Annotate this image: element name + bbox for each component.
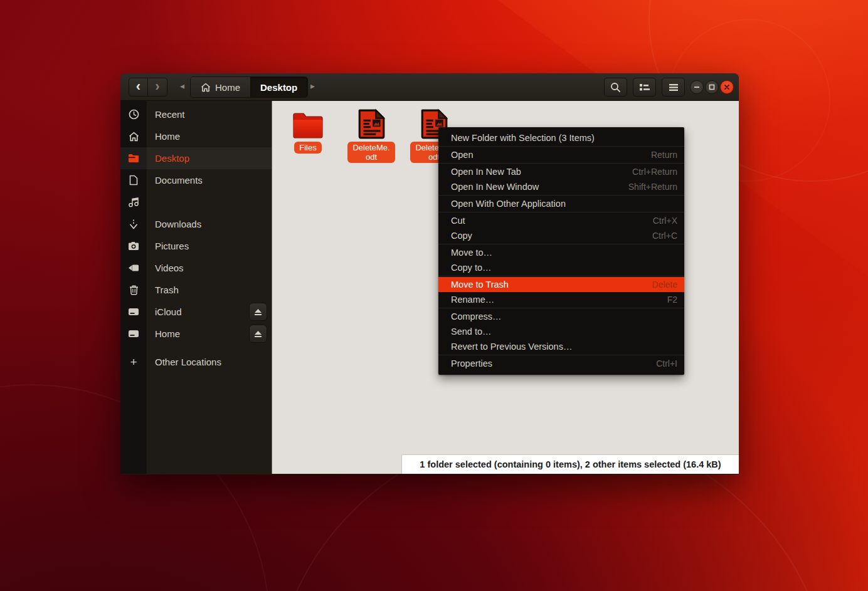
sidebar-item-label: Documents bbox=[147, 175, 272, 186]
menu-item-properties[interactable]: Properties Ctrl+I bbox=[438, 356, 684, 371]
home-icon bbox=[129, 132, 139, 142]
menu-item-open[interactable]: Open Return bbox=[438, 147, 684, 162]
list-view-icon bbox=[639, 83, 650, 92]
eject-button[interactable] bbox=[249, 303, 267, 321]
menu-separator bbox=[438, 195, 684, 196]
sidebar-item-label: Pictures bbox=[147, 241, 272, 251]
breadcrumb-scroll-right-icon[interactable]: ▸ bbox=[310, 81, 315, 91]
eject-icon bbox=[254, 308, 262, 316]
trash-icon bbox=[129, 285, 139, 295]
menu-separator bbox=[438, 146, 684, 147]
sidebar-item-label: Downloads bbox=[147, 219, 272, 229]
drive-icon bbox=[128, 330, 139, 338]
file-view: Files bbox=[272, 101, 739, 474]
menu-item-send-to[interactable]: Send to… bbox=[438, 324, 684, 339]
search-icon bbox=[610, 82, 621, 93]
sidebar-item-trash[interactable]: Trash bbox=[120, 279, 272, 301]
forward-icon: › bbox=[155, 80, 159, 93]
selection-status-text: 1 folder selected (containing 0 items), … bbox=[420, 459, 721, 469]
sidebar-item-label: Other Locations bbox=[147, 357, 272, 367]
back-button[interactable]: ‹ bbox=[129, 78, 148, 97]
file-label: DeleteMe. odt bbox=[347, 142, 394, 163]
menu-separator bbox=[438, 276, 684, 276]
list-view-button[interactable] bbox=[633, 78, 656, 97]
sidebar-item-home[interactable]: Home bbox=[120, 125, 272, 147]
breadcrumb-home-button[interactable]: Home bbox=[191, 77, 250, 97]
search-button[interactable] bbox=[604, 78, 627, 97]
menu-separator bbox=[438, 212, 684, 212]
sidebar-item-recent[interactable]: Recent bbox=[120, 103, 272, 125]
hamburger-menu-button[interactable] bbox=[662, 78, 685, 97]
plus-icon: + bbox=[120, 355, 147, 369]
sidebar-item-label: Home bbox=[147, 131, 272, 142]
clock-icon bbox=[129, 109, 139, 120]
camera-icon bbox=[128, 241, 139, 251]
menu-separator bbox=[438, 163, 684, 164]
minimize-icon bbox=[694, 84, 700, 90]
menu-item-compress[interactable]: Compress… bbox=[438, 309, 684, 324]
menu-item-open-in-new-tab[interactable]: Open In New Tab Ctrl+Return bbox=[438, 164, 684, 179]
minimize-button[interactable] bbox=[690, 80, 704, 94]
nav-buttons: ‹ › bbox=[129, 78, 167, 97]
eject-button[interactable] bbox=[249, 325, 267, 343]
download-icon bbox=[129, 219, 138, 230]
sidebar-item-label: Videos bbox=[147, 263, 272, 273]
back-icon: ‹ bbox=[136, 80, 140, 93]
sidebar-item-videos[interactable]: Videos bbox=[120, 257, 272, 279]
sidebar-item-documents[interactable]: Documents bbox=[120, 169, 272, 191]
sidebar-item-desktop[interactable]: Desktop bbox=[120, 147, 272, 169]
sidebar: Recent Home Desktop Documents bbox=[120, 101, 272, 474]
menu-item-open-in-new-window[interactable]: Open In New Window Shift+Return bbox=[438, 179, 684, 194]
close-icon bbox=[724, 84, 730, 90]
menu-item-revert-to-previous-versions[interactable]: Revert to Previous Versions… bbox=[438, 339, 684, 354]
document-icon bbox=[129, 175, 138, 186]
window-controls bbox=[690, 80, 734, 94]
window-body: Recent Home Desktop Documents bbox=[120, 101, 739, 474]
close-button[interactable] bbox=[720, 80, 734, 94]
folder-icon bbox=[128, 154, 139, 163]
home-icon bbox=[201, 83, 211, 92]
eject-icon bbox=[254, 330, 262, 338]
files-window: ‹ › ◂ Home Desktop ▸ bbox=[120, 73, 739, 474]
breadcrumb-scroll-left-icon[interactable]: ◂ bbox=[180, 81, 184, 91]
maximize-icon bbox=[709, 84, 715, 90]
sidebar-item-label: Trash bbox=[147, 285, 272, 295]
maximize-button[interactable] bbox=[705, 80, 719, 94]
file-label-line: odt bbox=[352, 152, 389, 162]
context-menu: New Folder with Selection (3 Items) Open… bbox=[438, 127, 684, 375]
sidebar-item-other-locations[interactable]: + Other Locations bbox=[120, 351, 272, 373]
sidebar-item-pictures[interactable]: Pictures bbox=[120, 235, 272, 257]
breadcrumb-home-label: Home bbox=[215, 82, 240, 93]
forward-button[interactable]: › bbox=[148, 78, 167, 97]
file-label: Files bbox=[294, 142, 321, 154]
breadcrumb-desktop-label: Desktop bbox=[260, 82, 297, 93]
menu-item-rename[interactable]: Rename… F2 bbox=[438, 292, 684, 307]
breadcrumb-desktop-button[interactable]: Desktop bbox=[250, 77, 307, 97]
menu-item-open-with-other-application[interactable]: Open With Other Application bbox=[438, 196, 684, 211]
sidebar-item-music[interactable] bbox=[120, 191, 272, 213]
menu-item-copy-to[interactable]: Copy to… bbox=[438, 260, 684, 275]
sidebar-item-home-drive[interactable]: Home bbox=[120, 323, 272, 345]
breadcrumb: Home Desktop bbox=[190, 76, 308, 98]
menu-item-move-to[interactable]: Move to… bbox=[438, 245, 684, 260]
menu-item-copy[interactable]: Copy Ctrl+C bbox=[438, 228, 684, 243]
file-label-line: DeleteMe. bbox=[352, 143, 389, 152]
menu-separator bbox=[438, 355, 684, 355]
folder-icon bbox=[292, 112, 324, 140]
drive-icon bbox=[128, 308, 139, 316]
sidebar-item-label: Desktop bbox=[147, 153, 272, 164]
writer-document-icon bbox=[357, 108, 386, 140]
sidebar-item-downloads[interactable]: Downloads bbox=[120, 213, 272, 235]
sidebar-item-label: Recent bbox=[147, 109, 272, 120]
menu-separator bbox=[438, 244, 684, 244]
menu-separator bbox=[438, 308, 684, 308]
menu-item-move-to-trash[interactable]: Move to Trash Delete bbox=[438, 277, 684, 292]
menu-item-cut[interactable]: Cut Ctrl+X bbox=[438, 213, 684, 228]
sidebar-item-icloud[interactable]: iCloud bbox=[120, 301, 272, 323]
status-bar: 1 folder selected (containing 0 items), … bbox=[401, 454, 739, 474]
titlebar: ‹ › ◂ Home Desktop ▸ bbox=[120, 73, 739, 101]
music-icon bbox=[128, 197, 139, 207]
file-item-deleteme-odt[interactable]: DeleteMe. odt bbox=[340, 105, 403, 163]
menu-item-new-folder-with-selection[interactable]: New Folder with Selection (3 Items) bbox=[438, 130, 684, 145]
file-item-files-folder[interactable]: Files bbox=[277, 105, 339, 154]
